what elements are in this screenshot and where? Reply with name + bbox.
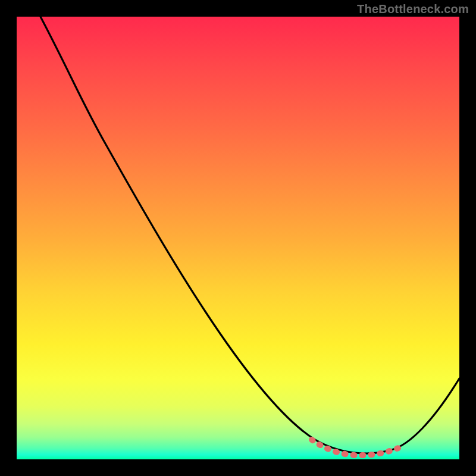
chart-frame: TheBottleneck.com (0, 0, 476, 476)
bottleneck-curve (17, 17, 459, 459)
valley-highlight (312, 440, 400, 455)
plot-area (17, 17, 459, 459)
curve-path (40, 17, 459, 453)
watermark-text: TheBottleneck.com (357, 2, 469, 16)
